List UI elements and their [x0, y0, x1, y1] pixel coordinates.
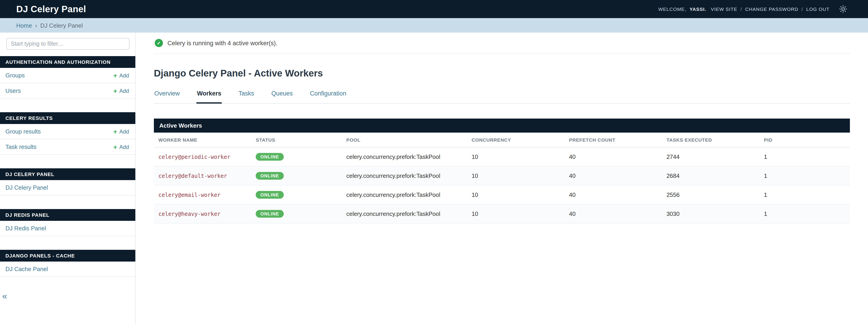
- breadcrumb-current: DJ Celery Panel: [40, 22, 83, 29]
- worker-name-cell: celery@periodic-worker: [154, 147, 251, 166]
- sidebar-section-auth: AUTHENTICATION AND AUTHORIZATION Groups …: [0, 56, 135, 99]
- tasks-executed-cell: 2744: [662, 147, 760, 166]
- worker-name-link[interactable]: celery@periodic-worker: [158, 154, 230, 160]
- pid-cell: 1: [760, 204, 850, 223]
- sidebar-section-title: DJ REDIS PANEL: [0, 209, 135, 221]
- column-concurrency: CONCURRENCY: [467, 133, 564, 147]
- app-title[interactable]: DJ Celery Panel: [16, 4, 86, 14]
- success-message: ✓ Celery is running with 4 active worker…: [154, 33, 850, 54]
- task-results-link[interactable]: Task results: [5, 143, 36, 150]
- status-cell: ONLINE: [251, 166, 342, 185]
- prefetch-count-cell: 40: [564, 185, 662, 204]
- table-row: celery@email-worker ONLINE celery.concur…: [154, 185, 850, 204]
- pool-cell: celery.concurrency.prefork:TaskPool: [342, 185, 467, 204]
- tasks-executed-cell: 3030: [662, 204, 760, 223]
- concurrency-cell: 10: [467, 185, 564, 204]
- sidebar-section-dj-redis-panel: DJ REDIS PANEL DJ Redis Panel: [0, 209, 135, 236]
- table-row: celery@default-worker ONLINE celery.conc…: [154, 166, 850, 185]
- page-title: Django Celery Panel - Active Workers: [154, 67, 850, 79]
- add-group-result-link[interactable]: + Add: [113, 128, 129, 135]
- worker-name-link[interactable]: celery@email-worker: [158, 192, 221, 198]
- sidebar-collapse-button[interactable]: «: [2, 292, 7, 300]
- plus-icon: +: [113, 128, 117, 135]
- pid-cell: 1: [760, 166, 850, 185]
- dj-cache-panel-link[interactable]: DJ Cache Panel: [5, 266, 48, 272]
- sidebar-item-groups: Groups + Add: [0, 68, 135, 83]
- table-caption: Active Workers: [154, 119, 850, 133]
- sidebar-section-celery-results: CELERY RESULTS Group results + Add Task …: [0, 112, 135, 155]
- prefetch-count-cell: 40: [564, 204, 662, 223]
- sidebar-item-task-results: Task results + Add: [0, 139, 135, 155]
- dj-celery-panel-link[interactable]: DJ Celery Panel: [5, 184, 48, 191]
- sidebar-section-dj-celery-panel: DJ CELERY PANEL DJ Celery Panel: [0, 168, 135, 195]
- add-label: Add: [119, 144, 129, 150]
- add-group-link[interactable]: + Add: [113, 72, 129, 78]
- concurrency-cell: 10: [467, 147, 564, 166]
- sidebar-item-dj-celery-panel: DJ Celery Panel: [0, 180, 135, 195]
- success-check-icon: ✓: [155, 39, 163, 47]
- tab-overview[interactable]: Overview: [154, 90, 180, 104]
- breadcrumb-separator-icon: ›: [35, 22, 37, 29]
- tab-queues[interactable]: Queues: [271, 90, 293, 104]
- column-pool: POOL: [342, 133, 467, 147]
- breadcrumb: Home › DJ Celery Panel: [0, 18, 868, 33]
- breadcrumb-home-link[interactable]: Home: [16, 22, 32, 29]
- pid-cell: 1: [760, 185, 850, 204]
- sidebar-section-title: DJ CELERY PANEL: [0, 168, 135, 180]
- plus-icon: +: [113, 88, 117, 94]
- change-password-link[interactable]: CHANGE PASSWORD: [745, 6, 798, 12]
- username: YASSI.: [689, 6, 706, 12]
- status-badge: ONLINE: [256, 191, 284, 199]
- groups-link[interactable]: Groups: [5, 72, 25, 79]
- pid-cell: 1: [760, 147, 850, 166]
- column-tasks-executed: TASKS EXECUTED: [662, 133, 760, 147]
- tab-configuration[interactable]: Configuration: [310, 90, 347, 104]
- separator: /: [740, 6, 742, 12]
- separator: /: [802, 6, 803, 12]
- sidebar-filter-input[interactable]: [6, 38, 129, 50]
- plus-icon: +: [113, 144, 117, 150]
- add-task-result-link[interactable]: + Add: [113, 144, 129, 150]
- status-badge: ONLINE: [256, 172, 284, 180]
- add-label: Add: [119, 72, 129, 78]
- worker-name-link[interactable]: celery@default-worker: [158, 173, 227, 179]
- tab-workers[interactable]: Workers: [197, 90, 222, 104]
- worker-name-link[interactable]: celery@heavy-worker: [158, 211, 221, 217]
- sidebar-section-title: CELERY RESULTS: [0, 112, 135, 124]
- sidebar-section-title: DJANGO PANELS - CACHE: [0, 250, 135, 262]
- table-row: celery@periodic-worker ONLINE celery.con…: [154, 147, 850, 166]
- users-link[interactable]: Users: [5, 87, 21, 94]
- add-label: Add: [119, 128, 129, 135]
- pool-cell: celery.concurrency.prefork:TaskPool: [342, 147, 467, 166]
- sidebar-item-dj-redis-panel: DJ Redis Panel: [0, 221, 135, 236]
- main-wrap: AUTHENTICATION AND AUTHORIZATION Groups …: [0, 33, 868, 324]
- tasks-executed-cell: 2684: [662, 166, 760, 185]
- column-worker-name: WORKER NAME: [154, 133, 251, 147]
- active-workers-table: Active Workers WORKER NAME STATUS POOL C…: [154, 119, 850, 224]
- tab-tasks[interactable]: Tasks: [238, 90, 254, 104]
- column-pid: PID: [760, 133, 850, 147]
- logout-link[interactable]: LOG OUT: [806, 6, 830, 12]
- prefetch-count-cell: 40: [564, 147, 662, 166]
- nav-sidebar: AUTHENTICATION AND AUTHORIZATION Groups …: [0, 33, 136, 324]
- concurrency-cell: 10: [467, 204, 564, 223]
- view-site-link[interactable]: VIEW SITE: [711, 6, 737, 12]
- sidebar-item-dj-cache-panel: DJ Cache Panel: [0, 262, 135, 277]
- worker-name-cell: celery@default-worker: [154, 166, 251, 185]
- admin-page: DJ Celery Panel WELCOME, YASSI. VIEW SIT…: [0, 0, 868, 324]
- worker-name-cell: celery@heavy-worker: [154, 204, 251, 223]
- dj-redis-panel-link[interactable]: DJ Redis Panel: [5, 225, 46, 232]
- prefetch-count-cell: 40: [564, 166, 662, 185]
- add-user-link[interactable]: + Add: [113, 88, 129, 94]
- status-badge: ONLINE: [256, 210, 284, 218]
- sidebar-item-group-results: Group results + Add: [0, 124, 135, 139]
- concurrency-cell: 10: [467, 166, 564, 185]
- group-results-link[interactable]: Group results: [5, 128, 41, 135]
- sidebar-section-django-panels-cache: DJANGO PANELS - CACHE DJ Cache Panel: [0, 250, 135, 277]
- status-cell: ONLINE: [251, 185, 342, 204]
- pool-cell: celery.concurrency.prefork:TaskPool: [342, 166, 467, 185]
- add-label: Add: [119, 88, 129, 94]
- column-status: STATUS: [251, 133, 342, 147]
- success-message-text: Celery is running with 4 active worker(s…: [167, 40, 277, 46]
- theme-toggle-button[interactable]: [839, 5, 847, 13]
